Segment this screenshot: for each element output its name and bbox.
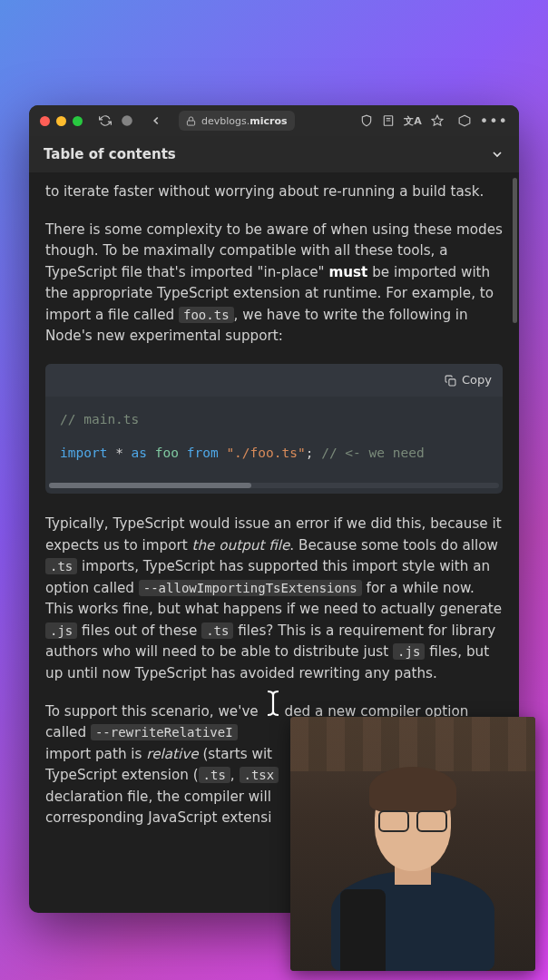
svg-rect-7 [449, 378, 455, 385]
inline-code: foo.ts [179, 307, 234, 323]
copy-button[interactable]: Copy [462, 371, 492, 389]
code-body[interactable]: // main.ts import * as foo from "./foo.t… [45, 397, 503, 483]
paragraph: Typically, TypeScript would issue an err… [45, 514, 503, 685]
shield-icon[interactable] [360, 114, 373, 127]
toc-header[interactable]: Table of contents [29, 136, 519, 172]
close-window-button[interactable] [40, 116, 50, 126]
webcam-overlay [290, 717, 535, 971]
inline-code: .ts [45, 558, 77, 574]
chevron-down-icon [490, 147, 504, 162]
copy-icon [445, 375, 456, 387]
url-bar[interactable]: devblogs.micros [179, 111, 295, 131]
text-cursor-icon [263, 690, 283, 717]
titlebar: devblogs.micros 文A ••• [29, 105, 519, 136]
traffic-lights [40, 116, 83, 126]
back-button[interactable] [150, 114, 162, 127]
svg-marker-5 [432, 115, 443, 125]
lock-icon [186, 116, 196, 126]
code-block: Copy // main.ts import * as foo from "./… [45, 364, 503, 494]
microphone [340, 889, 386, 971]
url-text: devblogs.micros [201, 115, 288, 127]
maximize-window-button[interactable] [73, 116, 83, 126]
avatar-icon[interactable] [121, 114, 133, 127]
paragraph: There is some complexity to be aware of … [45, 220, 503, 348]
presenter [322, 771, 504, 971]
toc-title: Table of contents [44, 146, 176, 162]
refresh-icon[interactable] [99, 114, 112, 127]
bookmark-icon[interactable] [431, 114, 444, 127]
translate-icon[interactable]: 文A [404, 114, 422, 128]
inline-code: .ts [201, 622, 233, 639]
inline-code: .tsx [240, 767, 279, 783]
svg-marker-6 [459, 115, 470, 126]
scrollbar[interactable] [513, 178, 517, 323]
code-scrollbar[interactable] [49, 483, 499, 488]
inline-code: .js [45, 622, 77, 639]
svg-rect-1 [187, 121, 194, 125]
inline-code: --rewriteRelativeI [91, 724, 238, 740]
extensions-icon[interactable] [458, 114, 471, 127]
svg-point-0 [122, 115, 132, 126]
inline-code: .js [393, 643, 425, 660]
minimize-window-button[interactable] [56, 116, 66, 126]
bookshelf-background [290, 717, 535, 771]
reader-icon[interactable] [382, 114, 395, 127]
inline-code: .ts [199, 767, 230, 783]
more-icon[interactable]: ••• [480, 113, 508, 130]
paragraph: to iterate faster without worrying about… [45, 181, 503, 203]
inline-code: --allowImportingTsExtensions [139, 580, 362, 596]
